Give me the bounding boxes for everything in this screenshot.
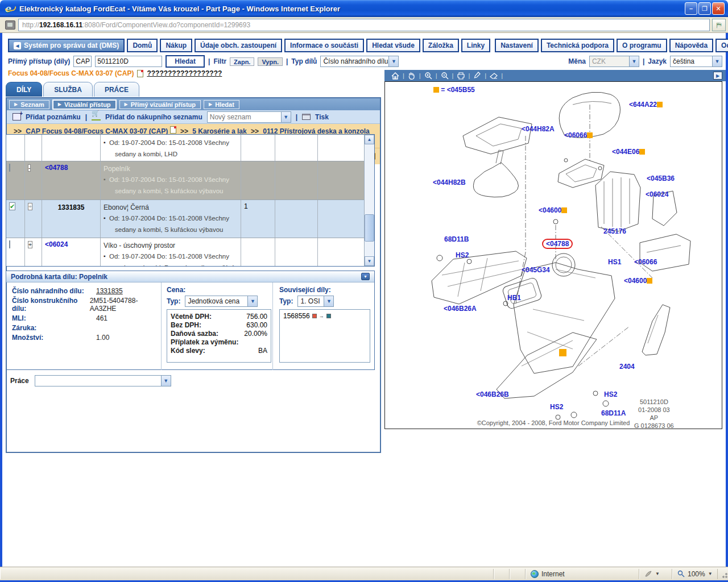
chevron-down-icon: ▼: [324, 296, 333, 306]
part-type-select[interactable]: Číslo náhradního dílu▼: [320, 56, 399, 67]
part-callout[interactable]: <044H82B: [433, 178, 466, 186]
row-checkbox[interactable]: [9, 240, 10, 248]
collapse-toggle[interactable]: -: [28, 164, 31, 172]
nav-dealer-data-button[interactable]: Údaje obch. zastoupení: [195, 39, 282, 52]
filter-off-button[interactable]: Vypn.: [258, 57, 283, 66]
resize-grip[interactable]: [719, 569, 728, 579]
nav-links-button[interactable]: Linky: [461, 39, 490, 52]
related-part-link[interactable]: 1568556: [283, 312, 310, 320]
nav-help-button[interactable]: Nápověda: [669, 39, 713, 52]
part-callout[interactable]: <06066: [564, 131, 593, 139]
part-callout[interactable]: <644A22: [629, 101, 663, 109]
context-link[interactable]: ??????????????????: [147, 69, 222, 77]
subtab-visual[interactable]: ▶Vizuální přístup: [52, 99, 117, 110]
price-box: Včetně DPH:756.00 Bez DPH:630.00 Daňová …: [167, 309, 271, 363]
collapse-panel-button[interactable]: ▼: [361, 273, 370, 280]
row-checkbox[interactable]: [9, 164, 10, 172]
close-button[interactable]: ✕: [712, 2, 725, 15]
part-callout[interactable]: <06024: [646, 190, 668, 198]
nav-settings-button[interactable]: Nastavení: [495, 39, 539, 52]
expand-toggle[interactable]: +: [28, 203, 32, 210]
print-button[interactable]: Tisk: [315, 113, 329, 121]
pan-hand-icon[interactable]: [404, 72, 419, 80]
part-callout[interactable]: HS2: [604, 390, 617, 398]
part-number-input[interactable]: 5011210D: [95, 56, 162, 67]
print-icon[interactable]: [453, 72, 468, 80]
diagram-toolbar: | | | | | | | ▶: [384, 70, 726, 81]
maximize-button[interactable]: ❐: [698, 2, 711, 15]
part-callout[interactable]: <044E06: [612, 148, 645, 156]
highlight-square-icon: [561, 207, 567, 213]
nav-part-info-button[interactable]: Informace o součásti: [284, 39, 364, 52]
part-callout[interactable]: 2404: [619, 363, 635, 371]
scroll-thumb[interactable]: [365, 214, 374, 242]
filter-label: Filtr: [213, 57, 226, 65]
add-note-button[interactable]: Přidat poznámku: [26, 113, 81, 121]
catalog-input[interactable]: CAP: [73, 56, 92, 67]
tab-parts[interactable]: DÍLY: [6, 82, 42, 97]
part-callout[interactable]: <04600: [624, 277, 652, 285]
tab-labour[interactable]: PRÁCE: [94, 82, 139, 97]
price-type-select[interactable]: Jednotková cena▼: [185, 296, 258, 307]
part-callout[interactable]: <06066: [634, 258, 657, 266]
eraser-icon[interactable]: [486, 72, 501, 80]
part-callout[interactable]: HB1: [507, 294, 521, 302]
nav-search-all-button[interactable]: Hledat všude: [366, 39, 420, 52]
part-number-link[interactable]: <06024: [45, 240, 68, 248]
subtab-list[interactable]: ▶Seznam: [9, 100, 49, 109]
part-callout[interactable]: <046B26B: [476, 390, 509, 398]
search-button[interactable]: Hledat: [166, 55, 205, 68]
part-callout[interactable]: <045G34: [522, 266, 550, 274]
part-callout-selected[interactable]: <04788: [542, 239, 573, 249]
nav-shopping-button[interactable]: Nákup: [160, 39, 192, 52]
part-number-link[interactable]: <04788: [45, 164, 68, 172]
tab-service[interactable]: SLUŽBA: [43, 82, 93, 97]
part-callout[interactable]: <04600: [539, 206, 567, 214]
zoom-control[interactable]: 100% ▼: [672, 569, 718, 579]
protected-mode-button[interactable]: ▼: [639, 569, 672, 579]
minimize-button[interactable]: –: [685, 2, 697, 15]
table-scrollbar[interactable]: ▲ ▼: [364, 135, 374, 266]
document-icon[interactable]: [170, 126, 176, 134]
scroll-up-button[interactable]: ▲: [365, 135, 374, 144]
labour-select[interactable]: ▼: [35, 375, 171, 386]
arrow-right-icon: ▶: [209, 102, 212, 107]
nav-logout-button[interactable]: Odhlášení: [715, 39, 728, 52]
subtab-search[interactable]: ▶Hledat: [204, 100, 239, 109]
nav-support-button[interactable]: Technická podpora: [541, 39, 614, 52]
part-callout[interactable]: HS2: [550, 403, 563, 411]
related-type-select[interactable]: 1. OSI▼: [297, 296, 334, 307]
zoom-in-icon[interactable]: [421, 72, 436, 80]
nav-home-button[interactable]: Domů: [127, 39, 158, 52]
part-callout[interactable]: 245176: [603, 227, 626, 235]
annotate-pencil-icon[interactable]: [470, 72, 485, 80]
subtab-direct-visual[interactable]: ▶Přímý vizuální přístup: [119, 100, 201, 109]
nav-dms-button[interactable]: ◄Systém pro správu dat (DMS): [8, 39, 125, 52]
url-input[interactable]: http://192.168.16.11:8080/Ford/Component…: [18, 19, 710, 31]
home-icon[interactable]: [388, 72, 403, 80]
zoom-out-icon[interactable]: [437, 72, 452, 80]
nav-about-button[interactable]: O programu: [617, 39, 667, 52]
diagram-canvas[interactable]: = <045B55 <644A22 <044H82A <06066 <044E0…: [384, 81, 722, 429]
add-to-shopping-list-button[interactable]: Přidat do nákupního seznamu: [105, 113, 202, 121]
nav-bookmark-button[interactable]: Záložka: [423, 39, 459, 52]
part-number-link[interactable]: 1331835: [96, 287, 123, 295]
dms-icon: ◄: [14, 42, 21, 49]
language-select[interactable]: čeština▼: [670, 56, 722, 67]
scroll-down-button[interactable]: ▼: [365, 256, 374, 266]
part-callout[interactable]: 68D11A: [601, 409, 626, 417]
part-callout[interactable]: <044H82A: [522, 125, 555, 133]
filter-on-button[interactable]: Zapn.: [230, 57, 254, 66]
part-callout[interactable]: <046B26A: [444, 305, 477, 313]
expand-panel-button[interactable]: ▶: [713, 72, 722, 80]
part-callout[interactable]: HS1: [608, 258, 621, 266]
document-icon[interactable]: [137, 70, 143, 77]
part-callout[interactable]: 68D11B: [444, 235, 469, 243]
subtab-bar: ▶Seznam ▶Vizuální přístup ▶Přímý vizuáln…: [7, 98, 380, 110]
part-callout[interactable]: <045B36: [647, 174, 675, 182]
shopping-list-select[interactable]: Nový seznam▼: [207, 111, 291, 123]
row-checkbox[interactable]: ✔: [9, 202, 15, 210]
go-button[interactable]: ⛿: [712, 19, 726, 31]
part-callout[interactable]: HS2: [456, 251, 469, 259]
expand-toggle[interactable]: +: [28, 241, 32, 248]
